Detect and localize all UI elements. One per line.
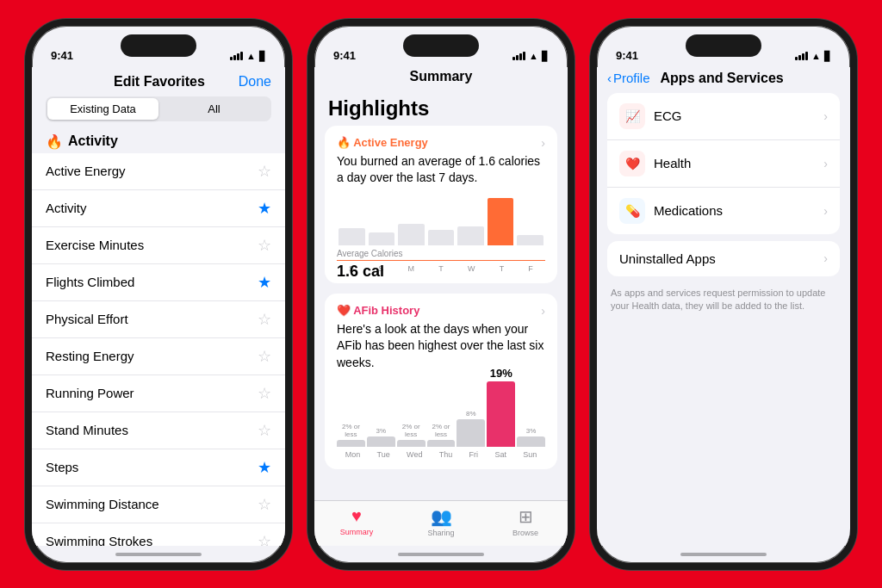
wifi-icon-2: ▲ [529,51,538,61]
dynamic-island-2 [403,34,479,57]
tab-browse[interactable]: ⊞ Browse [483,506,568,537]
star-activity[interactable]: ★ [258,199,271,218]
dynamic-island-3 [686,34,761,57]
afib-bar-tue: 3% [367,428,395,448]
list-item[interactable]: Steps ★ [32,449,285,486]
medications-row[interactable]: 💊 Medications › [607,188,840,234]
afib-title: ❤️ AFib History [337,304,419,317]
star-physical[interactable]: ☆ [258,310,271,329]
list-item[interactable]: Resting Energy ☆ [32,338,285,375]
star-resting[interactable]: ☆ [258,347,271,366]
battery-icon: ▊ [259,51,266,62]
chevron-health: › [823,157,828,170]
uninstalled-card[interactable]: Uninstalled Apps › [607,241,840,276]
bar-s2 [369,232,395,245]
afib-bar-sat: 19% [487,368,515,447]
active-energy-card[interactable]: 🔥 Active Energy › You burned an average … [325,126,557,283]
list-item[interactable]: Stand Minutes ☆ [32,412,285,449]
browse-tab-icon: ⊞ [519,506,533,527]
list-item[interactable]: Swimming Strokes ☆ [32,523,285,546]
chevron-active-energy: › [541,136,545,150]
time-3: 9:41 [616,49,638,62]
avg-line [337,260,545,261]
list-item[interactable]: Activity ★ [32,190,285,227]
tab-summary-label: Summary [340,528,374,536]
wifi-icon: ▲ [246,51,256,61]
list-item[interactable]: Flights Climbed ★ [32,264,285,301]
tab-sharing-label: Sharing [427,529,454,537]
tab-sharing[interactable]: 👥 Sharing [399,506,483,537]
back-label: Profile [613,71,650,85]
summary-tab-icon: ♥ [351,506,362,526]
bar-m [398,224,425,245]
afib-card[interactable]: ❤️ AFib History › Here's a look at the d… [325,294,557,470]
health-name: Health [654,156,691,170]
bar-f [517,235,543,245]
afib-bar-fri: 8% [457,411,485,448]
bar-w [457,226,484,245]
meds-name: Medications [654,203,723,218]
star-steps[interactable]: ★ [258,458,271,477]
tab-summary[interactable]: ♥ Summary [314,506,399,537]
star-exercise[interactable]: ☆ [258,236,271,255]
chevron-ecg: › [823,109,828,123]
bar-t1 [428,230,455,245]
star-flights[interactable]: ★ [258,273,271,292]
bar-chart-bars [337,194,545,245]
nav-bar-1: Edit Favorites Done [32,67,285,93]
signal-icon [230,52,243,60]
summary-nav-title: Summary [314,67,568,90]
list-item[interactable]: Physical Effort ☆ [32,301,285,338]
segment-all[interactable]: All [158,98,270,120]
star-running-power[interactable]: ☆ [258,384,271,403]
star-stand[interactable]: ☆ [258,421,271,440]
status-icons-3: ▲ ▊ [795,51,831,62]
highlights-title: Highlights [325,90,557,126]
status-icons-1: ▲ ▊ [230,51,266,62]
afib-x-labels: Mon Tue Wed Thu Fri Sat Sun [337,450,545,459]
list-item[interactable]: Swimming Distance ☆ [32,486,285,523]
phone-2: 9:41 ▲ ▊ Summary Highlights 🔥 Active Ene… [307,19,575,570]
favorites-list[interactable]: Active Energy ☆ Activity ★ Exercise Minu… [32,153,285,546]
ecg-icon: 📈 [619,103,645,129]
time-1: 9:41 [51,49,73,62]
category-activity-header: 🔥 Activity [32,128,285,153]
star-swim-strokes[interactable]: ☆ [258,532,271,546]
done-button[interactable]: Done [239,74,271,90]
active-energy-title: 🔥 Active Energy [337,136,428,149]
time-2: 9:41 [333,49,356,62]
ecg-row[interactable]: 📈 ECG › [607,93,840,140]
home-indicator-2 [314,546,568,563]
bar-s1 [339,228,365,245]
bar-t2-highlight [488,198,514,245]
segment-existing[interactable]: Existing Data [47,98,158,120]
afib-bar-thu: 2% orless [427,424,456,448]
summary-scroll[interactable]: Highlights 🔥 Active Energy › You burned … [314,90,568,500]
apps-section: 📈 ECG › ❤️ Health › [597,93,850,546]
apps-services-title: Apps and Services [661,71,784,86]
signal-icon-2 [512,52,525,60]
star-active-energy[interactable]: ☆ [258,162,271,181]
afib-bar-wed: 2% orless [397,424,425,448]
phone-3: 9:41 ▲ ▊ ‹ Profile Apps and Services [590,19,857,570]
uninstalled-row: Uninstalled Apps › [607,241,840,276]
status-icons-2: ▲ ▊ [512,51,549,62]
avg-label: Average Calories [337,249,545,258]
active-energy-header: 🔥 Active Energy › [337,136,545,150]
list-item[interactable]: Running Power ☆ [32,375,285,412]
activity-icon: 🔥 [46,133,63,150]
afib-desc: Here's a look at the days when your AFib… [337,321,545,372]
list-item[interactable]: Exercise Minutes ☆ [32,227,285,264]
afib-header: ❤️ AFib History › [337,304,545,318]
afib-bar-mon: 2% orless [337,424,365,448]
segment-control: Existing Data All [46,96,271,121]
back-button[interactable]: ‹ Profile [607,71,650,85]
health-row[interactable]: ❤️ Health › [607,140,840,188]
battery-icon-3: ▊ [824,51,831,62]
active-energy-chart: Average Calories 1.6 cal [337,194,545,263]
battery-icon-2: ▊ [542,51,549,62]
list-item[interactable]: Active Energy ☆ [32,153,285,190]
apps-card: 📈 ECG › ❤️ Health › [607,93,840,234]
chevron-back-icon: ‹ [607,71,612,85]
star-swim-dist[interactable]: ☆ [258,495,271,514]
